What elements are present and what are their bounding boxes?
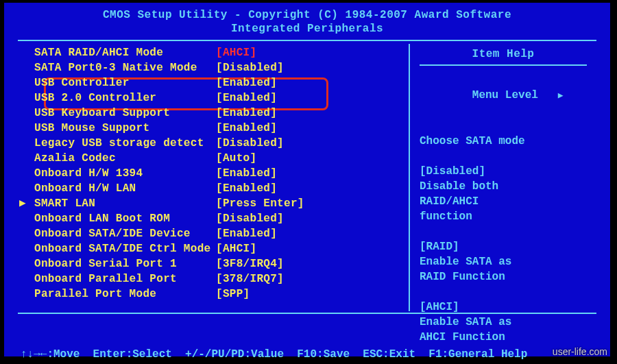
main-area: SATA RAID/AHCI Mode[AHCI]SATA Port0-3 Na… [18,44,596,311]
setting-row[interactable]: SATA Port0-3 Native Mode[Disabled] [34,60,403,75]
setting-value[interactable]: [Auto] [216,151,256,166]
setting-value[interactable]: [Disabled] [216,136,284,151]
setting-row[interactable]: Onboard H/W LAN[Enabled] [34,181,403,196]
setting-label: SATA RAID/AHCI Mode [34,45,216,60]
setting-row[interactable]: Legacy USB storage detect[Disabled] [34,136,403,151]
setting-label: Onboard H/W LAN [34,181,216,196]
setting-row[interactable]: USB Mouse Support[Enabled] [34,121,403,136]
setting-label: Azalia Codec [34,151,216,166]
setting-row[interactable]: Onboard Serial Port 1[3F8/IRQ4] [34,256,403,271]
footer-line1: ↑↓→←:Move Enter:Select +/-/PU/PD:Value F… [21,347,596,362]
setting-label: USB Controller [34,75,216,90]
setting-value[interactable]: [Enabled] [216,106,277,121]
setting-row[interactable]: Onboard SATA/IDE Device[Enabled] [34,226,403,241]
setting-row[interactable]: Parallel Port Mode[SPP] [34,287,403,302]
header-line1: CMOS Setup Utility - Copyright (C) 1984-… [18,8,596,22]
help-text [420,284,587,300]
settings-panel[interactable]: SATA RAID/AHCI Mode[AHCI]SATA Port0-3 Na… [18,44,409,311]
setting-value[interactable]: [Disabled] [216,211,284,226]
help-text: RAID/AHCI [420,194,587,209]
setting-value[interactable]: [SPP] [216,287,250,302]
setting-row[interactable]: Onboard SATA/IDE Ctrl Mode[AHCI] [34,241,403,256]
help-text [420,149,587,164]
setting-row[interactable]: Azalia Codec[Auto] [34,151,403,166]
help-text: Disable both [420,179,587,194]
setting-label: Onboard SATA/IDE Device [34,226,216,241]
setting-label: Onboard SATA/IDE Ctrl Mode [34,241,216,256]
watermark: user-life.com [553,346,607,357]
setting-row[interactable]: USB Controller[Enabled] [34,75,403,90]
setting-value[interactable]: [AHCI] [216,45,256,60]
help-text: function [420,209,587,224]
help-title: Item Help [420,48,587,60]
setting-row[interactable]: USB 2.0 Controller[Enabled] [34,90,403,106]
setting-value[interactable]: [Press Enter] [216,196,304,211]
submenu-arrow-icon: ▶ [19,196,26,211]
help-text: Choose SATA mode [420,134,587,149]
help-text: Enable SATA as [420,315,587,330]
setting-row[interactable]: Onboard LAN Boot ROM[Disabled] [34,211,403,226]
setting-label: Parallel Port Mode [34,287,216,302]
setting-value[interactable]: [Enabled] [216,121,277,136]
help-text: [RAID] [420,239,587,254]
help-text: [Disabled] [420,164,587,179]
help-divider [420,64,587,66]
setting-row[interactable]: Onboard Parallel Port[378/IRQ7] [34,271,403,287]
help-text [420,119,587,134]
help-text: AHCI Function [420,330,587,345]
setting-value[interactable]: [Enabled] [216,226,277,241]
setting-label: Onboard Parallel Port [34,271,216,287]
setting-label: Onboard H/W 1394 [34,166,216,181]
help-text: [AHCI] [420,300,587,315]
help-text: Enable SATA as [420,254,587,269]
setting-value[interactable]: [3F8/IRQ4] [216,256,284,271]
menu-level-arrow-icon: ▶ [558,90,564,101]
setting-value[interactable]: [AHCI] [216,241,256,256]
bios-header: CMOS Setup Utility - Copyright (C) 1984-… [18,8,596,36]
bios-screen: CMOS Setup Utility - Copyright (C) 1984-… [4,3,610,356]
setting-value[interactable]: [Enabled] [216,181,277,196]
top-divider [18,40,596,41]
setting-value[interactable]: [Enabled] [216,166,277,181]
setting-value[interactable]: [378/IRQ7] [216,271,284,287]
help-text [420,224,587,239]
setting-label: USB 2.0 Controller [34,90,216,106]
setting-value[interactable]: [Enabled] [216,90,277,106]
menu-level: Menu Level ▶ [420,73,587,119]
setting-row[interactable]: Onboard H/W 1394[Enabled] [34,166,403,181]
help-text: RAID Function [420,269,587,284]
setting-row[interactable]: ▶SMART LAN[Press Enter] [34,196,403,211]
setting-label: SMART LAN [34,196,216,211]
help-panel: Item Help Menu Level ▶ Choose SATA mode … [409,44,594,311]
setting-row[interactable]: USB Keyboard Support[Enabled] [34,106,403,121]
setting-label: USB Keyboard Support [34,106,216,121]
setting-label: SATA Port0-3 Native Mode [34,60,216,75]
setting-value[interactable]: [Disabled] [216,60,284,75]
setting-label: Onboard Serial Port 1 [34,256,216,271]
header-line2: Integrated Peripherals [18,22,596,36]
setting-value[interactable]: [Enabled] [216,75,277,90]
setting-label: Onboard LAN Boot ROM [34,211,216,226]
setting-row[interactable]: SATA RAID/AHCI Mode[AHCI] [34,45,403,60]
setting-label: Legacy USB storage detect [34,136,216,151]
setting-label: USB Mouse Support [34,121,216,136]
